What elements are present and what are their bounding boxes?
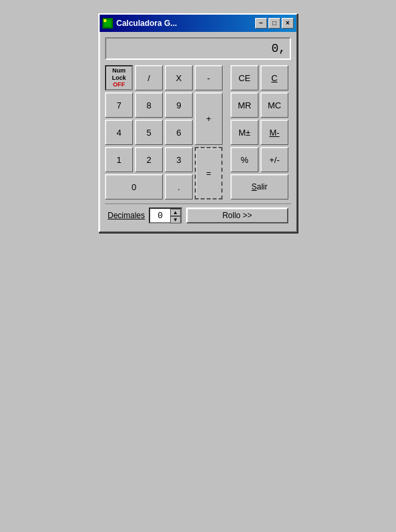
spinner-value: 0 [150, 211, 170, 221]
c-button[interactable]: C [260, 65, 288, 90]
app-icon [102, 18, 113, 29]
title-bar: Calculadora G... − □ × [100, 15, 296, 32]
numlock-button[interactable]: Num Lock OFF [105, 65, 133, 90]
column-spacer-5 [225, 174, 229, 200]
spinner-down-button[interactable]: ▼ [170, 216, 181, 223]
mr-button[interactable]: MR [231, 92, 258, 118]
plusminus-button[interactable]: +/- [260, 147, 288, 172]
decimales-label: DDecimalesecimales [108, 211, 145, 220]
decimales-spinner[interactable]: 0 ▲ ▼ [149, 207, 182, 223]
seven-button[interactable]: 7 [105, 92, 133, 118]
spinner-controls: ▲ ▼ [170, 209, 181, 222]
svg-rect-2 [104, 19, 106, 22]
zero-button[interactable]: 0 [105, 174, 163, 200]
restore-button[interactable]: □ [268, 18, 280, 29]
rollo-button[interactable]: Rollo >> [186, 207, 288, 223]
four-button[interactable]: 4 [105, 120, 133, 145]
display-value: 0, [271, 42, 286, 55]
salir-button[interactable]: SSaliralir [231, 174, 288, 200]
equals-button[interactable]: = [195, 147, 223, 200]
one-button[interactable]: 1 [105, 147, 133, 172]
calculator-window: Calculadora G... − □ × 0, Num Lock OFF / [98, 13, 298, 233]
five-button[interactable]: 5 [135, 120, 163, 145]
eight-button[interactable]: 8 [135, 92, 163, 118]
mplus-button[interactable]: M± [231, 120, 258, 145]
minus-button[interactable]: - [195, 65, 223, 90]
column-spacer-4 [225, 147, 229, 172]
percent-button[interactable]: % [231, 147, 258, 172]
button-grid: Num Lock OFF / X - CE C [105, 65, 291, 200]
window-title: Calculadora G... [116, 19, 252, 28]
minimize-button[interactable]: − [255, 18, 267, 29]
multiply-button[interactable]: X [165, 65, 193, 90]
calculator-display: 0, [105, 37, 291, 60]
mminus-button[interactable]: M- [260, 120, 288, 145]
numlock-line1: Num [112, 67, 126, 74]
column-spacer-3 [225, 120, 229, 145]
spinner-up-button[interactable]: ▲ [170, 209, 181, 216]
mc-button[interactable]: MC [260, 92, 288, 118]
bottom-bar: DDecimalesecimales 0 ▲ ▼ Rollo >> [105, 203, 291, 226]
nine-button[interactable]: 9 [165, 92, 193, 118]
three-button[interactable]: 3 [165, 147, 193, 172]
ce-button[interactable]: CE [231, 65, 258, 90]
column-spacer [225, 65, 229, 90]
numlock-line3: OFF [113, 81, 125, 88]
column-spacer-2 [225, 92, 229, 118]
close-button[interactable]: × [282, 18, 294, 29]
window-body: 0, Num Lock OFF / X - CE [100, 32, 296, 231]
two-button[interactable]: 2 [135, 147, 163, 172]
window-controls: − □ × [255, 18, 294, 29]
numlock-line2: Lock [112, 74, 126, 81]
divide-button[interactable]: / [135, 65, 163, 90]
six-button[interactable]: 6 [165, 120, 193, 145]
decimal-button[interactable]: . [165, 174, 193, 200]
plus-button[interactable]: + [195, 92, 223, 145]
